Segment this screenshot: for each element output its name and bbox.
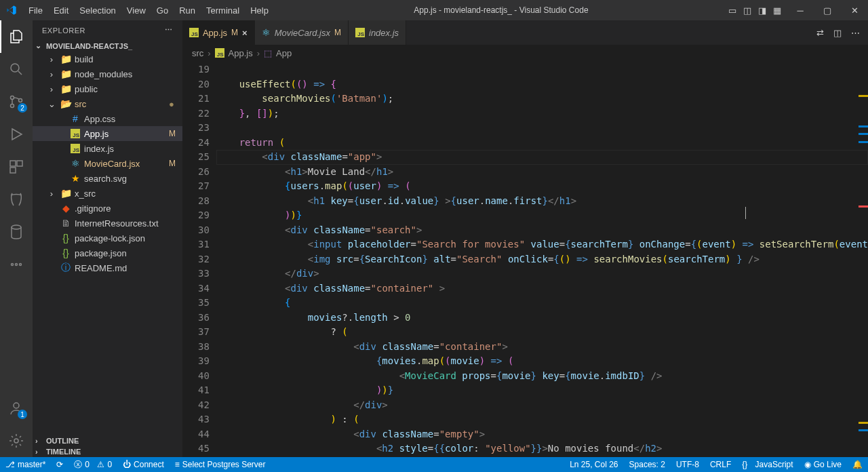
code-content[interactable]: useEffect(() => { searchMovies('Batman')… [216,61,868,457]
braces-icon: {} [742,460,747,469]
tab-moviecard-jsx[interactable]: ⚛MovieCard.jsxM [255,20,349,45]
folder-node-modules[interactable]: ›📁node_modules [33,66,182,81]
more-icon[interactable] [0,248,33,281]
close-tab-icon[interactable]: × [242,28,248,38]
file-internetresources-txt[interactable]: 🗎InternetResources.txt [33,216,182,231]
file-package-json[interactable]: {}package.json [33,245,182,260]
menu-edit[interactable]: Edit [48,2,74,19]
customize-layout-icon[interactable]: ▦ [773,5,781,16]
menu-help[interactable]: Help [245,2,274,19]
settings-gear-icon[interactable] [0,425,33,457]
file-app-js[interactable]: JSApp.jsM [33,126,182,141]
svg-point-0 [11,64,19,72]
folder-public[interactable]: ›📁public [33,81,182,96]
folder-x-src[interactable]: ›📁x_src [33,186,182,201]
menu-file[interactable]: File [23,2,48,19]
svg-point-1 [11,96,14,100]
plug-icon: ⏻ [123,460,131,469]
toggle-right-icon[interactable]: ◨ [758,5,766,16]
file-search-svg[interactable]: ★search.svg [33,171,182,186]
vscode-logo-icon [0,5,23,16]
menubar: FileEditSelectionViewGoRunTerminalHelp [23,2,274,19]
search-icon[interactable] [0,53,33,85]
error-icon: ⓧ [74,459,82,471]
database-icon[interactable] [0,216,33,248]
close-window-button[interactable]: ✕ [841,0,868,20]
file-index-js[interactable]: JSindex.js [33,141,182,156]
tab-index-js[interactable]: JSindex.js [349,20,406,45]
more-actions-icon[interactable]: ⋯ [851,28,860,38]
file-package-lock-json[interactable]: {}package-lock.json [33,231,182,245]
maximize-button[interactable]: ▢ [814,0,841,20]
editor-tabs: JSApp.jsM×⚛MovieCard.jsxMJSindex.js⇄◫⋯ [182,20,868,45]
folder-build[interactable]: ›📁build [33,52,182,66]
connect-button[interactable]: ⏻Connect [117,457,170,472]
minimize-button[interactable]: ─ [787,0,814,20]
tab-app-js[interactable]: JSApp.jsM× [182,20,255,45]
extensions-icon[interactable] [0,151,33,183]
js-file-icon: JS [215,48,224,58]
menu-terminal[interactable]: Terminal [201,2,245,19]
db-icon: ≡ [175,460,180,469]
menu-selection[interactable]: Selection [74,2,121,19]
activity-bar: 2 1 [0,20,33,457]
toggle-sidebar-icon[interactable]: ◫ [743,5,751,16]
timeline-section[interactable]: ›TIMELINE [33,446,182,457]
svg-point-7 [12,225,21,229]
folder-src[interactable]: ⌄📂src● [33,96,182,111]
sync-button[interactable]: ⟳ [51,457,68,472]
sidebar-more-icon[interactable]: ⋯ [165,26,173,35]
overview-ruler[interactable] [858,61,868,441]
editor-group: JSApp.jsM×⚛MovieCard.jsxMJSindex.js⇄◫⋯ s… [182,20,868,457]
problems[interactable]: ⓧ0 ⚠0 [68,457,117,472]
indent-spaces[interactable]: Spaces: 2 [624,457,671,472]
text-cursor [745,207,746,219]
split-editor-icon[interactable]: ◫ [833,28,842,38]
breadcrumb[interactable]: src › JS App.js › ⬚ App [182,45,868,61]
breadcrumb-folder: src [192,48,203,58]
warning-icon: ⚠ [97,460,104,469]
encoding[interactable]: UTF-8 [671,457,705,472]
file-app-css[interactable]: #App.css [33,111,182,126]
go-live[interactable]: ◉Go Live [799,457,847,472]
code-editor[interactable]: 1920212223242526272829303132333435363738… [182,61,868,457]
account-icon[interactable]: 1 [0,392,33,425]
run-debug-icon[interactable] [0,118,33,151]
explorer-sidebar: EXPLORER ⋯ ⌄MOVIELAND-REACTJS_ ›📁build›📁… [33,20,182,457]
broadcast-icon: ◉ [804,460,811,469]
layout-controls: ▭ ◫ ◨ ▦ [728,5,787,16]
outline-section[interactable]: ›OUTLINE [33,435,182,446]
account-badge: 1 [18,410,27,419]
source-control-icon[interactable]: 2 [0,85,33,118]
file-tree: ›📁build›📁node_modules›📁public⌄📂src●#App.… [33,52,182,435]
line-number-gutter: 1920212223242526272829303132333435363738… [182,61,216,457]
branch-icon: ⎇ [5,460,15,469]
explorer-icon[interactable] [0,20,33,53]
postgres-server[interactable]: ≡Select Postgres Server [170,457,271,472]
workspace-root[interactable]: ⌄MOVIELAND-REACTJS_ [33,40,182,52]
svg-point-2 [11,104,14,108]
menu-go[interactable]: Go [151,2,174,19]
menu-view[interactable]: View [121,2,151,19]
svg-point-3 [19,99,22,102]
svg-point-10 [20,264,22,266]
file--gitignore[interactable]: ◆.gitignore [33,201,182,216]
file-moviecard-jsx[interactable]: ⚛MovieCard.jsxM [33,156,182,171]
svg-point-8 [12,264,14,266]
svg-point-12 [14,439,18,443]
sidebar-title: EXPLORER [42,26,85,35]
language-mode[interactable]: {} JavaScript [736,457,798,472]
menu-run[interactable]: Run [174,2,201,19]
cursor-position[interactable]: Ln 25, Col 26 [564,457,623,472]
notifications-icon[interactable]: 🔔 [847,457,868,472]
svg-rect-5 [17,161,22,166]
toggle-panel-icon[interactable]: ▭ [728,5,736,16]
git-branch[interactable]: ⎇master* [0,457,51,472]
compare-icon[interactable]: ⇄ [816,28,824,38]
postgres-icon[interactable] [0,183,33,216]
root-label: MOVIELAND-REACTJS_ [46,42,132,50]
eol[interactable]: CRLF [705,457,736,472]
scm-badge: 2 [18,103,27,113]
file-readme-md[interactable]: ⓘREADME.md [33,260,182,275]
cube-icon: ⬚ [264,48,272,58]
